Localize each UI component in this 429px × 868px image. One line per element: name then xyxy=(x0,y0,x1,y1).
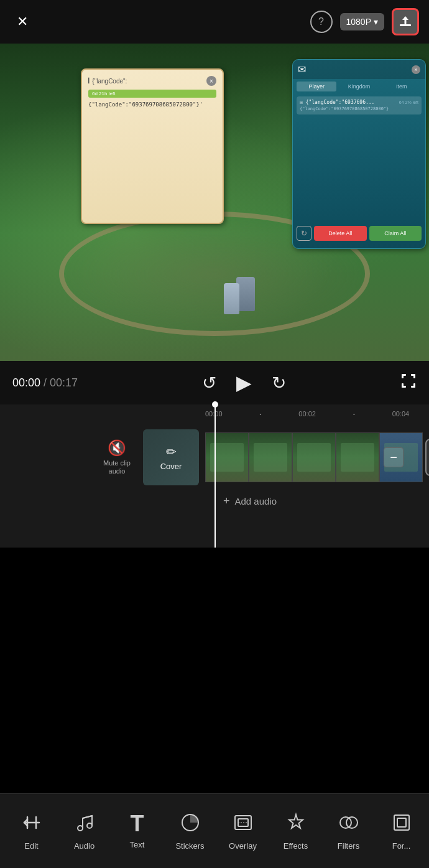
top-bar-right: ? 1080P ▾ xyxy=(310,8,419,35)
toolbar-item-edit[interactable]: Edit xyxy=(5,800,58,862)
close-button[interactable]: ✕ xyxy=(10,9,35,34)
fullscreen-button[interactable] xyxy=(400,373,417,393)
svg-rect-25 xyxy=(397,818,406,827)
format-label: For... xyxy=(392,841,411,851)
popup-left-header: 𝄃 {"langCode": × xyxy=(88,76,216,86)
clip-2[interactable] xyxy=(249,432,292,482)
cover-pencil-icon: ✏ xyxy=(166,444,177,459)
toolbar-item-effects[interactable]: Effects xyxy=(269,800,322,862)
game-popup-right: ✉ × Player Kingdom Item ✉ {"langCode":"6… xyxy=(292,59,426,249)
audio-label: Audio xyxy=(74,841,95,851)
svg-rect-4 xyxy=(402,374,404,378)
toolbar-item-format[interactable]: For... xyxy=(375,800,428,862)
mail-code: ✉ {"langCode":"6937696... xyxy=(300,100,374,105)
mail-item: ✉ {"langCode":"6937696... 64 2% left {"l… xyxy=(297,96,422,114)
controls-bar: 00:00 / 00:17 ↺ ▶ ↻ xyxy=(0,361,429,404)
svg-rect-10 xyxy=(413,383,415,388)
audio-icon xyxy=(74,812,95,836)
cover-button-content: ✏ Cover xyxy=(160,444,182,471)
ruler-mark-2: 00:02 xyxy=(298,410,316,418)
resolution-arrow-icon: ▾ xyxy=(374,17,378,27)
toolbar-item-text[interactable]: T Text xyxy=(111,800,164,862)
playhead[interactable] xyxy=(214,404,216,548)
effects-label: Effects xyxy=(284,841,308,851)
rewind-button[interactable]: ↺ xyxy=(202,373,216,393)
filters-icon xyxy=(338,812,359,836)
edit-icon xyxy=(21,812,42,836)
svg-point-17 xyxy=(87,823,92,828)
toolbar-item-overlay[interactable]: Overlay xyxy=(216,800,269,862)
resolution-label: 1080P xyxy=(346,17,371,27)
clip-3[interactable] xyxy=(292,432,336,482)
delete-all-button[interactable]: Delete All xyxy=(314,226,367,241)
svg-marker-2 xyxy=(402,16,408,20)
time-total: 00:17 xyxy=(50,376,78,389)
claim-all-button[interactable]: Claim All xyxy=(369,226,422,241)
add-audio-button[interactable]: + Add audio xyxy=(214,490,285,513)
mail-time: 64 2% left xyxy=(399,100,418,105)
popup-left-close[interactable]: × xyxy=(206,76,216,86)
tab-item[interactable]: Item xyxy=(382,82,422,91)
mute-clip-button[interactable]: 🔇 Mute clipaudio xyxy=(103,439,131,475)
top-bar: ✕ ? 1080P ▾ xyxy=(0,0,429,44)
time-display: 00:00 / 00:17 xyxy=(12,376,87,390)
clip-5[interactable]: − xyxy=(379,432,423,482)
export-button[interactable] xyxy=(392,8,419,35)
game-popup-left: 𝄃 {"langCode": × 6d 21h left {"langCode"… xyxy=(81,68,224,224)
mail-item-header: ✉ {"langCode":"6937696... 64 2% left xyxy=(300,100,418,105)
overlay-label: Overlay xyxy=(229,841,257,851)
tab-kingdom[interactable]: Kingdom xyxy=(339,82,379,91)
ruler-mark-0: 00:00 xyxy=(205,410,223,418)
clip-4[interactable] xyxy=(336,432,379,482)
toolbar-item-filters[interactable]: Filters xyxy=(322,800,375,862)
toolbar-item-audio[interactable]: Audio xyxy=(58,800,111,862)
time-separator: / xyxy=(40,376,50,389)
overlay-icon xyxy=(233,812,254,836)
stickers-icon xyxy=(180,812,201,836)
edit-label: Edit xyxy=(24,841,38,851)
ruler-dot-2: • xyxy=(353,411,355,417)
format-icon xyxy=(391,812,412,836)
video-preview: 𝄃 {"langCode": × 6d 21h left {"langCode"… xyxy=(0,44,429,361)
popup-left-badge: 6d 21h left xyxy=(88,90,216,98)
svg-rect-6 xyxy=(413,374,415,378)
mail-sub-code: {"langCode":"6937697086850728000"} xyxy=(300,106,418,111)
add-audio-row: + Add audio xyxy=(214,485,429,516)
svg-rect-24 xyxy=(394,815,409,830)
popup-right-buttons: ↻ Delete All Claim All xyxy=(293,222,425,245)
forward-button[interactable]: ↻ xyxy=(272,373,286,393)
filters-label: Filters xyxy=(338,841,359,851)
character-2 xyxy=(224,283,239,314)
refresh-button[interactable]: ↻ xyxy=(297,226,311,241)
popup-right-content: ✉ {"langCode":"6937696... 64 2% left {"l… xyxy=(293,94,425,119)
effects-icon xyxy=(285,812,307,836)
text-label: Text xyxy=(130,840,145,849)
ruler-mark-4: 00:04 xyxy=(392,410,410,418)
add-clip-button[interactable]: + xyxy=(425,439,429,476)
mute-icon: 🔇 xyxy=(108,439,126,457)
bottom-toolbar: Edit Audio T Text Stickers xyxy=(0,793,429,868)
popup-left-code: {"langCode":"693769708685072800"}' xyxy=(88,101,216,108)
clips-track: − + xyxy=(205,429,429,485)
top-bar-left: ✕ xyxy=(10,9,35,34)
add-audio-label: Add audio xyxy=(235,496,277,506)
help-button[interactable]: ? xyxy=(310,11,333,33)
svg-line-18 xyxy=(83,816,92,818)
clip-1[interactable] xyxy=(205,432,249,482)
mute-label: Mute clipaudio xyxy=(103,459,131,475)
time-current: 00:00 xyxy=(12,376,40,389)
toolbar-item-stickers[interactable]: Stickers xyxy=(164,800,216,862)
stickers-label: Stickers xyxy=(175,841,204,851)
play-button[interactable]: ▶ xyxy=(236,371,252,394)
track-controls: 🔇 Mute clipaudio ✏ Cover xyxy=(0,429,205,485)
ruler-dot-1: • xyxy=(260,411,262,417)
resolution-button[interactable]: 1080P ▾ xyxy=(340,13,384,30)
add-audio-plus-icon: + xyxy=(223,495,230,508)
popup-right-close[interactable]: × xyxy=(412,65,420,74)
tab-player[interactable]: Player xyxy=(297,82,336,91)
cover-button[interactable]: ✏ Cover xyxy=(143,429,199,485)
controls-right xyxy=(400,373,417,393)
text-icon: T xyxy=(131,813,144,835)
clip-trim-minus[interactable]: − xyxy=(384,447,404,467)
popup-right-tabs: Player Kingdom Item xyxy=(293,79,425,94)
